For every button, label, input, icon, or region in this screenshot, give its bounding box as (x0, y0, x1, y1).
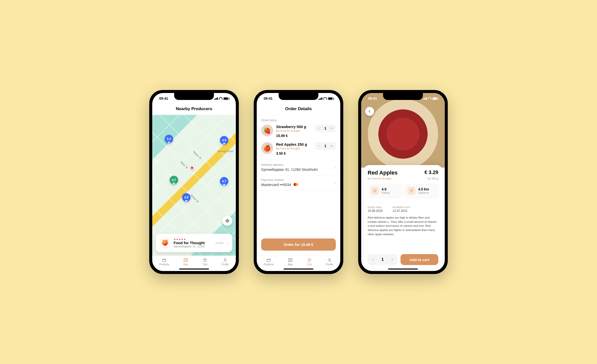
item-title: Red Apples 250 g (276, 142, 312, 146)
add-to-cart-button[interactable]: Add to cart (400, 254, 438, 265)
cart-icon (202, 258, 207, 263)
svg-point-3 (224, 259, 226, 260)
producer-link[interactable]: Food for thought (280, 147, 300, 150)
rating-stat: 4.9 Rating (368, 184, 402, 197)
available-meta: Available from: 12.07.2021 (393, 206, 411, 213)
svg-point-5 (329, 259, 330, 260)
cart-icon (307, 258, 312, 263)
svg-rect-2 (163, 259, 166, 262)
item-title: Strawberry 500 g (276, 125, 312, 129)
battery-icon (328, 97, 333, 100)
page-title: Order Details (257, 104, 340, 115)
chevron-right-icon: › (228, 241, 229, 245)
payment-method-row[interactable]: Payment method Mastercard •••0034 › (257, 175, 340, 190)
map-marker[interactable]: 4.8 (220, 136, 228, 144)
product-unit: for 250 g (428, 177, 438, 180)
producer-card[interactable]: 🍑 ★★★★★ Food for Thought Gjorwellsgatan … (156, 234, 232, 252)
map-marker[interactable]: 5.0 (165, 135, 173, 143)
profile-icon (327, 258, 332, 263)
quantity-stepper: − 1 + (315, 142, 336, 150)
producer-address: Gjorwellsgatan 31, 11260 (174, 245, 212, 248)
tab-map[interactable]: Map (183, 258, 188, 266)
tab-products[interactable]: Products (264, 258, 274, 266)
products-icon (162, 258, 167, 263)
qty-plus-button[interactable]: + (329, 126, 334, 131)
map[interactable]: Rincon Point Spear St Main St Beale St 5… (152, 115, 236, 256)
street-label: Main St (180, 161, 189, 169)
star-icon (371, 186, 379, 195)
qty-plus-button[interactable]: + (329, 144, 334, 148)
status-icons (318, 97, 333, 100)
wifi-icon (323, 97, 327, 100)
delivery-address-value: Gjorwellsgatan 31, 11260 Stockholm (261, 168, 336, 172)
row-label: Delivery address (261, 163, 336, 167)
item-price: 15.99 € (276, 134, 312, 138)
row-label: Payment method (261, 178, 336, 182)
tab-map[interactable]: Map (288, 258, 293, 266)
chevron-left-icon (368, 109, 372, 113)
home-indicator[interactable] (179, 269, 209, 270)
producer-link[interactable]: Food for thought (371, 177, 392, 180)
chevron-right-icon: › (335, 181, 336, 185)
products-icon (266, 258, 271, 263)
order-button[interactable]: Order for 19.49 € (261, 238, 336, 251)
tab-cart[interactable]: Cart (307, 258, 312, 266)
item-price: 3.50 € (276, 151, 312, 155)
map-icon (288, 258, 293, 263)
qty-plus-button[interactable]: + (390, 257, 395, 262)
battery-icon (432, 97, 438, 100)
qty-value: 1 (324, 144, 327, 148)
map-marker[interactable]: 4.7 (220, 177, 228, 185)
rating-label: Rating (382, 191, 390, 194)
item-thumbnail: 🍎 (261, 142, 273, 154)
product-name: Red Apples (368, 170, 398, 176)
tab-profile[interactable]: Profile (222, 258, 229, 266)
map-poi-label: Rincon Point (218, 150, 233, 153)
map-marker[interactable]: 4.7 (170, 176, 178, 184)
navigation-icon (407, 186, 416, 195)
status-icons (214, 97, 229, 100)
home-indicator[interactable] (388, 269, 418, 270)
distance-label: Distance (418, 191, 429, 194)
locate-button[interactable] (222, 216, 232, 226)
back-button[interactable] (365, 107, 374, 116)
signal-icon (318, 97, 322, 100)
crosshair-icon (225, 219, 230, 223)
product-sheet: Red Apples € 3.29 by Food for thought fo… (364, 165, 442, 269)
qty-minus-button[interactable]: − (317, 144, 321, 148)
producer-name: Food for Thought (174, 241, 212, 245)
rating-stars: ★★★★★ (174, 238, 212, 241)
product-price: € 3.29 (424, 170, 438, 175)
map-icon (183, 258, 188, 263)
qty-minus-button[interactable]: − (371, 257, 375, 262)
item-byline: by Food for thought (276, 147, 312, 150)
signal-icon (214, 97, 218, 100)
product-byline: by Food for thought (368, 177, 391, 180)
chevron-right-icon: › (335, 165, 336, 170)
wifi-icon (219, 97, 222, 100)
qty-minus-button[interactable]: − (317, 126, 321, 131)
map-marker[interactable]: 4.9 (182, 193, 191, 202)
section-label: Order items (257, 115, 340, 125)
producer-link[interactable]: Food for thought (280, 129, 300, 132)
delivery-address-row[interactable]: Delivery address Gjorwellsgatan 31, 1126… (257, 160, 340, 175)
status-bar: 09:41 (152, 93, 236, 104)
tab-cart[interactable]: Cart (202, 258, 207, 266)
tab-profile[interactable]: Profile (326, 258, 333, 266)
street-label: Beale St (190, 194, 199, 203)
rating-value: 4.9 (382, 187, 390, 191)
producer-distance: 1.5 km (215, 241, 224, 244)
page-title: Nearby Producers (152, 104, 236, 115)
svg-point-1 (227, 221, 228, 221)
battery-icon (223, 97, 229, 100)
quantity-stepper: − 1 + (315, 125, 336, 132)
status-time: 09:41 (264, 96, 273, 100)
tab-products[interactable]: Products (159, 258, 169, 266)
item-byline: by Food for thought (276, 129, 312, 132)
home-indicator[interactable] (284, 269, 313, 270)
profile-icon (223, 258, 228, 263)
quantity-stepper: − 1 + (368, 254, 398, 265)
distance-stat: 4.5 km Distance (404, 184, 438, 197)
producer-logo: 🍑 (159, 237, 171, 249)
status-time: 09:41 (368, 96, 377, 100)
